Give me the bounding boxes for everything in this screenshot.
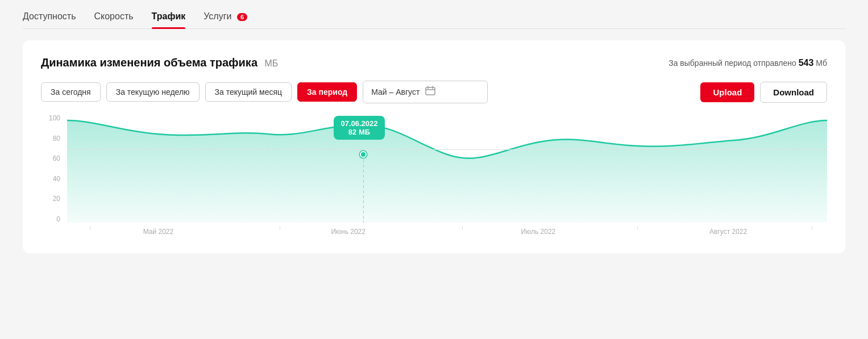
chart-hline: [67, 149, 827, 150]
y-label-100: 100: [49, 115, 60, 122]
tab-uslugi[interactable]: Услуги 6: [203, 11, 247, 28]
y-label-20: 20: [53, 195, 60, 202]
tabs-nav: Доступность Скорость Трафик Услуги 6: [23, 11, 845, 29]
upload-button[interactable]: Upload: [700, 82, 754, 102]
card-title: Динамика изменения объема трафика: [41, 56, 258, 69]
filter-week[interactable]: За текущую неделю: [106, 82, 200, 102]
page-wrapper: Доступность Скорость Трафик Услуги 6 Дин…: [0, 0, 868, 265]
tab-dostupnost[interactable]: Доступность: [23, 11, 76, 28]
filter-period[interactable]: За период: [297, 82, 357, 102]
x-tick-2: [280, 226, 280, 229]
x-tick-1: [90, 226, 90, 229]
card-title-group: Динамика изменения объема трафика МБ: [41, 56, 278, 69]
tab-trafik[interactable]: Трафик: [152, 11, 186, 28]
y-label-40: 40: [53, 175, 60, 182]
filter-today[interactable]: За сегодня: [41, 82, 101, 102]
y-label-80: 80: [53, 135, 60, 142]
x-label-june: Июнь 2022: [331, 228, 366, 236]
x-tick-3: [462, 226, 463, 229]
card-stat: За выбранный период отправлено 543 Мб: [668, 58, 827, 68]
tab-skorost[interactable]: Скорость: [94, 11, 133, 28]
chart-main: 07.06.2022 82 МБ: [67, 115, 827, 223]
y-label-60: 60: [53, 155, 60, 162]
y-label-0: 0: [56, 216, 60, 223]
x-label-may: Май 2022: [143, 228, 174, 236]
x-tick-5: [812, 226, 812, 229]
x-label-august: Август 2022: [709, 228, 747, 236]
tab-uslugi-badge: 6: [237, 13, 247, 21]
stat-value: 543: [799, 58, 814, 68]
traffic-chart: 100 80 60 40 20 0: [41, 115, 827, 240]
x-axis: Май 2022 Июнь 2022 Июль 2022 Август 2022: [67, 224, 827, 240]
x-label-july: Июль 2022: [521, 228, 556, 236]
date-range-picker[interactable]: Май – Август: [363, 81, 488, 103]
download-button[interactable]: Download: [760, 82, 827, 103]
x-tick-4: [637, 226, 638, 229]
card-header: Динамика изменения объема трафика МБ За …: [41, 56, 827, 69]
filter-month[interactable]: За текущий месяц: [205, 82, 292, 102]
card-unit: МБ: [264, 58, 278, 68]
traffic-card: Динамика изменения объема трафика МБ За …: [23, 40, 845, 253]
y-axis: 100 80 60 40 20 0: [41, 115, 64, 223]
calendar-icon: [425, 86, 435, 98]
date-range-value: Май – Август: [371, 87, 420, 97]
svg-rect-0: [426, 87, 435, 95]
filter-row: За сегодня За текущую неделю За текущий …: [41, 81, 827, 103]
